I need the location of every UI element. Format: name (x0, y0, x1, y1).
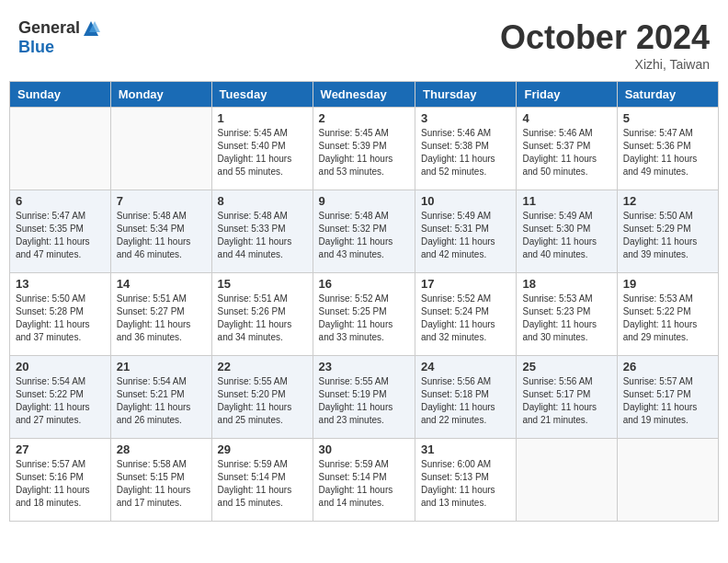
calendar-day-cell: 13Sunrise: 5:50 AM Sunset: 5:28 PM Dayli… (10, 273, 111, 356)
calendar-day-cell: 10Sunrise: 5:49 AM Sunset: 5:31 PM Dayli… (415, 190, 517, 273)
day-number: 22 (218, 360, 307, 373)
day-number: 31 (421, 442, 510, 456)
day-number: 19 (623, 277, 712, 291)
day-number: 28 (117, 442, 206, 456)
day-info: Sunrise: 5:58 AM Sunset: 5:15 PM Dayligh… (117, 458, 206, 510)
calendar-day-cell: 22Sunrise: 5:55 AM Sunset: 5:20 PM Dayli… (211, 356, 313, 439)
calendar-table: SundayMondayTuesdayWednesdayThursdayFrid… (9, 81, 719, 522)
calendar-week-row: 6Sunrise: 5:47 AM Sunset: 5:35 PM Daylig… (10, 190, 719, 273)
calendar-day-cell: 23Sunrise: 5:55 AM Sunset: 5:19 PM Dayli… (313, 356, 415, 439)
calendar-day-cell: 29Sunrise: 5:59 AM Sunset: 5:14 PM Dayli… (211, 439, 313, 522)
day-number: 15 (218, 277, 307, 291)
day-info: Sunrise: 5:45 AM Sunset: 5:39 PM Dayligh… (319, 127, 409, 178)
day-number: 10 (421, 194, 510, 208)
day-number: 9 (319, 194, 409, 208)
day-number: 21 (117, 360, 206, 373)
calendar-day-cell: 25Sunrise: 5:56 AM Sunset: 5:17 PM Dayli… (517, 356, 617, 439)
day-info: Sunrise: 5:59 AM Sunset: 5:14 PM Dayligh… (319, 458, 409, 510)
day-info: Sunrise: 5:48 AM Sunset: 5:32 PM Dayligh… (319, 210, 409, 261)
day-number: 5 (623, 111, 712, 125)
day-number: 26 (623, 360, 712, 373)
calendar-day-cell: 30Sunrise: 5:59 AM Sunset: 5:14 PM Dayli… (313, 439, 415, 522)
day-info: Sunrise: 5:52 AM Sunset: 5:24 PM Dayligh… (421, 293, 510, 344)
calendar-day-header: Wednesday (313, 82, 415, 108)
calendar-day-cell (10, 108, 111, 190)
calendar-day-header: Monday (110, 82, 211, 108)
day-info: Sunrise: 5:53 AM Sunset: 5:23 PM Dayligh… (522, 293, 610, 344)
day-info: Sunrise: 5:54 AM Sunset: 5:22 PM Dayligh… (16, 375, 105, 427)
day-number: 29 (218, 442, 307, 456)
calendar-header-row: SundayMondayTuesdayWednesdayThursdayFrid… (10, 82, 719, 108)
calendar-day-cell: 11Sunrise: 5:49 AM Sunset: 5:30 PM Dayli… (517, 190, 617, 273)
day-info: Sunrise: 5:57 AM Sunset: 5:16 PM Dayligh… (16, 458, 105, 510)
calendar-day-header: Sunday (10, 82, 111, 108)
day-info: Sunrise: 6:00 AM Sunset: 5:13 PM Dayligh… (421, 458, 510, 510)
day-number: 30 (319, 442, 409, 456)
day-info: Sunrise: 5:51 AM Sunset: 5:27 PM Dayligh… (117, 293, 206, 344)
day-number: 25 (522, 360, 610, 373)
day-info: Sunrise: 5:56 AM Sunset: 5:18 PM Dayligh… (421, 375, 510, 427)
calendar-day-cell: 21Sunrise: 5:54 AM Sunset: 5:21 PM Dayli… (110, 356, 211, 439)
day-number: 3 (421, 111, 510, 125)
day-info: Sunrise: 5:53 AM Sunset: 5:22 PM Dayligh… (623, 293, 712, 344)
calendar-day-cell (110, 108, 211, 190)
day-number: 13 (16, 277, 105, 291)
day-number: 27 (16, 442, 105, 456)
day-info: Sunrise: 5:45 AM Sunset: 5:40 PM Dayligh… (218, 127, 307, 178)
day-number: 14 (117, 277, 206, 291)
calendar-week-row: 27Sunrise: 5:57 AM Sunset: 5:16 PM Dayli… (10, 439, 719, 522)
calendar-day-cell (517, 439, 617, 522)
day-info: Sunrise: 5:55 AM Sunset: 5:20 PM Dayligh… (218, 375, 307, 427)
day-info: Sunrise: 5:46 AM Sunset: 5:38 PM Dayligh… (421, 127, 510, 178)
day-info: Sunrise: 5:47 AM Sunset: 5:35 PM Dayligh… (16, 210, 105, 261)
day-info: Sunrise: 5:48 AM Sunset: 5:34 PM Dayligh… (117, 210, 206, 261)
day-number: 16 (319, 277, 409, 291)
day-number: 2 (319, 111, 409, 125)
calendar-day-cell: 24Sunrise: 5:56 AM Sunset: 5:18 PM Dayli… (415, 356, 517, 439)
day-info: Sunrise: 5:49 AM Sunset: 5:30 PM Dayligh… (522, 210, 610, 261)
calendar-day-cell: 14Sunrise: 5:51 AM Sunset: 5:27 PM Dayli… (110, 273, 211, 356)
calendar-day-header: Tuesday (211, 82, 313, 108)
calendar-day-cell: 9Sunrise: 5:48 AM Sunset: 5:32 PM Daylig… (313, 190, 415, 273)
calendar-day-cell: 6Sunrise: 5:47 AM Sunset: 5:35 PM Daylig… (10, 190, 111, 273)
calendar-day-cell: 17Sunrise: 5:52 AM Sunset: 5:24 PM Dayli… (415, 273, 517, 356)
day-info: Sunrise: 5:48 AM Sunset: 5:33 PM Dayligh… (218, 210, 307, 261)
day-info: Sunrise: 5:50 AM Sunset: 5:29 PM Dayligh… (623, 210, 712, 261)
calendar-day-cell: 4Sunrise: 5:46 AM Sunset: 5:37 PM Daylig… (517, 108, 617, 190)
calendar-day-cell: 8Sunrise: 5:48 AM Sunset: 5:33 PM Daylig… (211, 190, 313, 273)
day-info: Sunrise: 5:52 AM Sunset: 5:25 PM Dayligh… (319, 293, 409, 344)
day-number: 12 (623, 194, 712, 208)
calendar-day-cell (617, 439, 718, 522)
calendar-day-cell: 18Sunrise: 5:53 AM Sunset: 5:23 PM Dayli… (517, 273, 617, 356)
day-info: Sunrise: 5:46 AM Sunset: 5:37 PM Dayligh… (522, 127, 610, 178)
calendar-day-header: Saturday (617, 82, 718, 108)
calendar-day-cell: 28Sunrise: 5:58 AM Sunset: 5:15 PM Dayli… (110, 439, 211, 522)
day-info: Sunrise: 5:51 AM Sunset: 5:26 PM Dayligh… (218, 293, 307, 344)
title-section: October 2024 Xizhi, Taiwan (500, 18, 710, 72)
logo-general-text: General (18, 18, 80, 38)
day-number: 1 (218, 111, 307, 125)
calendar-day-cell: 7Sunrise: 5:48 AM Sunset: 5:34 PM Daylig… (110, 190, 211, 273)
day-number: 17 (421, 277, 510, 291)
day-number: 24 (421, 360, 510, 373)
calendar-day-cell: 26Sunrise: 5:57 AM Sunset: 5:17 PM Dayli… (617, 356, 718, 439)
day-number: 8 (218, 194, 307, 208)
logo: General Blue (18, 18, 100, 57)
logo-icon (82, 19, 100, 38)
day-number: 7 (117, 194, 206, 208)
day-info: Sunrise: 5:55 AM Sunset: 5:19 PM Dayligh… (319, 375, 409, 427)
calendar-week-row: 20Sunrise: 5:54 AM Sunset: 5:22 PM Dayli… (10, 356, 719, 439)
calendar-day-cell: 3Sunrise: 5:46 AM Sunset: 5:38 PM Daylig… (415, 108, 517, 190)
day-number: 11 (522, 194, 610, 208)
calendar-day-cell: 12Sunrise: 5:50 AM Sunset: 5:29 PM Dayli… (617, 190, 718, 273)
calendar-day-cell: 31Sunrise: 6:00 AM Sunset: 5:13 PM Dayli… (415, 439, 517, 522)
page-header: General Blue October 2024 Xizhi, Taiwan (9, 9, 719, 76)
day-number: 6 (16, 194, 105, 208)
calendar-day-cell: 20Sunrise: 5:54 AM Sunset: 5:22 PM Dayli… (10, 356, 111, 439)
day-info: Sunrise: 5:54 AM Sunset: 5:21 PM Dayligh… (117, 375, 206, 427)
day-number: 20 (16, 360, 105, 373)
day-info: Sunrise: 5:57 AM Sunset: 5:17 PM Dayligh… (623, 375, 712, 427)
calendar-day-cell: 5Sunrise: 5:47 AM Sunset: 5:36 PM Daylig… (617, 108, 718, 190)
calendar-week-row: 1Sunrise: 5:45 AM Sunset: 5:40 PM Daylig… (10, 108, 719, 190)
day-info: Sunrise: 5:56 AM Sunset: 5:17 PM Dayligh… (522, 375, 610, 427)
